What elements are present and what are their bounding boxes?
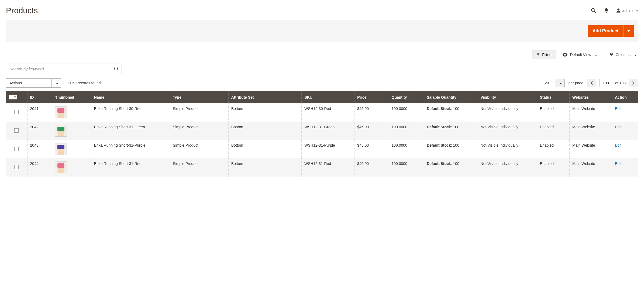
cell-price: $45.00 [354,140,389,158]
col-header-salable-quantity[interactable]: Salable Quantity [424,91,478,103]
col-header-id[interactable]: ID↓ [27,91,52,103]
caret-down-icon [633,53,636,57]
col-header-price[interactable]: Price [354,91,389,103]
prev-page-button[interactable] [587,79,596,87]
filters-label: Filters [542,53,552,57]
cell-salable-quantity: Default Stock: 100 [424,103,478,122]
col-header-visibility[interactable]: Visibility [478,91,537,103]
cell-attribute-set: Bottom [228,122,302,140]
filters-button[interactable]: Filters [532,50,556,59]
svg-point-0 [591,8,595,12]
search-submit-icon[interactable] [114,66,119,72]
table-row: 2044 Erika Running Short-31-Red Simple P… [6,158,638,177]
cell-attribute-set: Bottom [228,103,302,122]
row-checkbox[interactable] [14,128,19,133]
cell-websites: Main Website [569,122,612,140]
cell-type: Simple Product [170,140,229,158]
cell-salable-quantity: Default Stock: 100 [424,140,478,158]
row-checkbox[interactable] [14,147,19,151]
records-found-label: 2060 records found [68,81,101,85]
cell-status: Enabled [537,140,569,158]
default-view-label: Default View [570,53,591,57]
col-header-type[interactable]: Type [170,91,229,103]
search-input[interactable] [6,64,122,74]
cell-sku: WSH12-31-Red [302,158,354,177]
col-header-action[interactable]: Action [612,91,638,103]
col-header-quantity[interactable]: Quantity [389,91,424,103]
bulk-actions-select[interactable]: Actions [6,78,52,88]
cell-type: Simple Product [170,103,229,122]
caret-down-icon [558,81,562,85]
col-header-attribute-set[interactable]: Attribute Set [228,91,302,103]
col-header-thumbnail[interactable]: Thumbnail [52,91,91,103]
current-page-input[interactable] [600,79,612,87]
cell-sku: WSH12-31-Purple [302,140,354,158]
cell-price: $45.00 [354,103,389,122]
product-thumbnail[interactable] [55,143,67,155]
row-checkbox[interactable] [14,165,19,169]
cell-thumbnail [52,158,91,177]
cell-status: Enabled [537,103,569,122]
sort-descending-icon: ↓ [35,96,37,99]
page-size-value[interactable]: 20 [542,79,555,87]
cell-websites: Main Website [569,158,612,177]
edit-link[interactable]: Edit [615,143,621,147]
bulk-actions-toggle[interactable] [52,78,61,88]
col-header-name[interactable]: Name [91,91,170,103]
cell-websites: Main Website [569,103,612,122]
next-page-button[interactable] [629,79,638,87]
cell-name: Erika Running Short-31-Purple [91,140,170,158]
gear-icon [609,53,614,57]
col-header-websites[interactable]: Websites [569,91,612,103]
svg-point-2 [606,12,607,13]
edit-link[interactable]: Edit [615,125,621,129]
product-thumbnail[interactable] [55,125,67,137]
svg-point-3 [617,9,619,11]
cell-quantity: 100.0000 [389,103,424,122]
page-size-toggle[interactable] [555,79,565,87]
svg-point-5 [115,67,118,70]
cell-thumbnail [52,103,91,122]
caret-down-icon [593,53,597,57]
chevron-right-icon [632,81,635,85]
product-thumbnail[interactable] [55,106,67,118]
add-product-button[interactable]: Add Product [588,25,623,37]
per-page-label: per page [569,81,583,85]
col-header-status[interactable]: Status [537,91,569,103]
cell-sku: WSH12-30-Red [302,103,354,122]
eye-icon [562,53,568,57]
chevron-left-icon [590,81,593,85]
cell-quantity: 100.0000 [389,140,424,158]
caret-down-icon [54,81,58,85]
row-checkbox[interactable] [14,110,19,114]
cell-visibility: Not Visible Individually [478,122,537,140]
cell-status: Enabled [537,122,569,140]
cell-visibility: Not Visible Individually [478,158,537,177]
svg-line-6 [117,70,119,71]
notifications-icon[interactable] [604,8,609,13]
cell-quantity: 100.0000 [389,122,424,140]
admin-label: admin [622,8,633,13]
columns-button[interactable]: Columns [609,53,636,57]
edit-link[interactable]: Edit [615,161,621,166]
product-thumbnail[interactable] [55,161,67,173]
cell-quantity: 100.0000 [389,158,424,177]
table-row: 2041 Erika Running Short-30-Red Simple P… [6,103,638,122]
table-row: 2042 Erika Running Short-31-Green Simple… [6,122,638,140]
cell-visibility: Not Visible Individually [478,103,537,122]
add-product-dropdown-toggle[interactable] [623,25,634,37]
cell-salable-quantity: Default Stock: 100 [424,158,478,177]
user-icon [616,8,621,13]
cell-type: Simple Product [170,158,229,177]
cell-visibility: Not Visible Individually [478,140,537,158]
admin-account-menu[interactable]: admin [616,8,638,13]
cell-salable-quantity: Default Stock: 100 [424,122,478,140]
cell-type: Simple Product [170,122,229,140]
select-all-checkbox[interactable] [9,95,17,99]
default-view-button[interactable]: Default View [562,53,597,57]
edit-link[interactable]: Edit [615,106,621,111]
search-icon[interactable] [591,8,597,13]
cell-price: $45.00 [354,158,389,177]
cell-id: 2044 [27,158,52,177]
col-header-sku[interactable]: SKU [302,91,354,103]
